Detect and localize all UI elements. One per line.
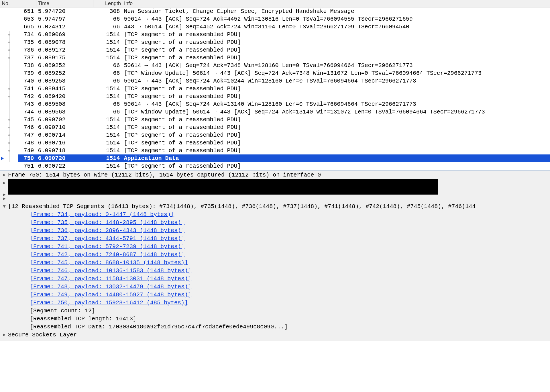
packet-row[interactable]: 7436.0895086650614 → 443 [ACK] Seq=724 A… (0, 100, 550, 108)
packet-info: [TCP segment of a reassembled PDU] (122, 38, 550, 46)
packet-row[interactable]: 7506.0907201514Application Data (0, 154, 550, 162)
packet-row[interactable]: 6515.974720308New Session Ticket, Change… (0, 7, 550, 15)
frame-link[interactable]: [Frame: 748, payload: 13032-14479 (1448 … (30, 283, 191, 290)
related-frame-gutter (0, 162, 18, 170)
frame-link[interactable]: [Frame: 735, payload: 1448-2895 (1448 by… (30, 219, 184, 226)
packet-time: 6.089069 (36, 31, 93, 38)
frame-link[interactable]: [Frame: 746, payload: 10136-11583 (1448 … (30, 267, 191, 274)
packet-time: 6.089420 (36, 93, 93, 100)
packet-time: 6.090716 (36, 139, 93, 147)
packet-no: 745 (18, 116, 36, 124)
packet-time: 6.089252 (36, 69, 93, 77)
packet-info: 50614 → 443 [ACK] Seq=724 Ack=7348 Win=1… (122, 62, 550, 69)
packet-no: 748 (18, 139, 36, 147)
packet-info: [TCP segment of a reassembled PDU] (122, 116, 550, 124)
packet-length: 1514 (93, 38, 122, 46)
packet-row[interactable]: 7476.0907141514[TCP segment of a reassem… (0, 131, 550, 139)
column-header-length[interactable]: Length (93, 0, 122, 7)
detail-redacted-row-1: ▶ (0, 179, 550, 195)
packet-info: [TCP segment of a reassembled PDU] (122, 139, 550, 147)
expand-toggle-icon[interactable]: ▶ (1, 331, 8, 339)
packet-row[interactable]: 7376.0891751514[TCP segment of a reassem… (0, 54, 550, 62)
packet-time: 6.089172 (36, 46, 93, 54)
frame-link[interactable]: [Frame: 736, payload: 2896-4343 (1448 by… (30, 227, 184, 234)
frame-link[interactable]: [Frame: 742, payload: 7240-8687 (1448 by… (30, 251, 184, 258)
column-header-info[interactable]: Info (122, 0, 550, 7)
packet-length: 1514 (93, 147, 122, 154)
packet-row[interactable]: 7396.08925266[TCP Window Update] 50614 →… (0, 69, 550, 77)
detail-frame-summary[interactable]: ▶ Frame 750: 1514 bytes on wire (12112 b… (0, 171, 550, 179)
related-frame-gutter (0, 31, 18, 38)
packet-time: 6.089415 (36, 85, 93, 93)
related-frame-gutter (0, 124, 18, 131)
packet-info: [TCP Window Update] 50614 → 443 [ACK] Se… (122, 108, 550, 116)
packet-info: [TCP segment of a reassembled PDU] (122, 93, 550, 100)
detail-frame-link-row: [Frame: 746, payload: 10136-11583 (1448 … (0, 267, 550, 275)
packet-info: [TCP Window Update] 50614 → 443 [ACK] Se… (122, 69, 550, 77)
packet-row[interactable]: 7496.0907181514[TCP segment of a reassem… (0, 147, 550, 154)
column-header-time[interactable]: Time (36, 0, 93, 7)
packet-info: [TCP segment of a reassembled PDU] (122, 147, 550, 154)
collapse-toggle-icon[interactable]: ▼ (1, 203, 8, 211)
packet-row[interactable]: 7466.0907101514[TCP segment of a reassem… (0, 124, 550, 131)
packet-info: [TCP segment of a reassembled PDU] (122, 85, 550, 93)
packet-row[interactable]: 7406.0892536650614 → 443 [ACK] Seq=724 A… (0, 77, 550, 85)
packet-time: 6.089253 (36, 77, 93, 85)
frame-link[interactable]: [Frame: 747, payload: 11584-13031 (1448 … (30, 275, 191, 282)
packet-row[interactable]: 7456.0907021514[TCP segment of a reassem… (0, 116, 550, 124)
frame-link[interactable]: [Frame: 745, payload: 8688-10135 (1448 b… (30, 259, 188, 266)
expand-toggle-icon[interactable]: ▶ (1, 179, 8, 187)
packet-row[interactable]: 7386.0892526650614 → 443 [ACK] Seq=724 A… (0, 62, 550, 69)
detail-frame-link-row: [Frame: 735, payload: 1448-2895 (1448 by… (0, 219, 550, 227)
packet-row[interactable]: 7486.0907161514[TCP segment of a reassem… (0, 139, 550, 147)
packet-length: 1514 (93, 85, 122, 93)
packet-time: 6.090702 (36, 116, 93, 124)
ssl-text: Secure Sockets Layer (8, 331, 550, 339)
packet-row[interactable]: 7426.0894201514[TCP segment of a reassem… (0, 93, 550, 100)
detail-frame-link-row: [Frame: 747, payload: 11584-13031 (1448 … (0, 275, 550, 283)
packet-row[interactable]: 7346.0890691514[TCP segment of a reassem… (0, 31, 550, 38)
packet-info: [TCP segment of a reassembled PDU] (122, 46, 550, 54)
detail-reassembly-summary[interactable]: ▼ [12 Reassembled TCP Segments (16413 by… (0, 203, 550, 211)
packet-row[interactable]: 7446.08956366[TCP Window Update] 50614 →… (0, 108, 550, 116)
packet-length: 1514 (93, 131, 122, 139)
packet-row[interactable]: 6656.02431266443 → 50614 [ACK] Seq=4452 … (0, 23, 550, 31)
frame-link[interactable]: [Frame: 734, payload: 0-1447 (1448 bytes… (30, 211, 174, 218)
packet-length: 1514 (93, 139, 122, 147)
detail-frame-link-row: [Frame: 750, payload: 15928-16412 (485 b… (0, 299, 550, 307)
packet-row[interactable]: 7356.0890781514[TCP segment of a reassem… (0, 38, 550, 46)
packet-info: [TCP segment of a reassembled PDU] (122, 131, 550, 139)
packet-length: 1514 (93, 124, 122, 131)
column-header-no[interactable]: No. (0, 0, 36, 7)
frame-link[interactable]: [Frame: 750, payload: 15928-16412 (485 b… (30, 299, 188, 306)
packet-length: 1514 (93, 54, 122, 62)
segment-count-text: [Segment count: 12] (8, 307, 550, 315)
frame-link[interactable]: [Frame: 737, payload: 4344-5791 (1448 by… (30, 235, 184, 242)
related-frame-gutter (0, 131, 18, 139)
packet-no: 737 (18, 54, 36, 62)
packet-row[interactable]: 6535.9747976650614 → 443 [ACK] Seq=724 A… (0, 15, 550, 23)
packet-info: 50614 → 443 [ACK] Seq=724 Ack=4452 Win=1… (122, 15, 550, 23)
packet-no: 734 (18, 31, 36, 38)
detail-reassembled-length: [Reassembled TCP length: 16413] (0, 315, 550, 323)
expand-toggle-icon[interactable]: ▶ (1, 171, 8, 179)
packet-row[interactable]: 7366.0891721514[TCP segment of a reassem… (0, 46, 550, 54)
expand-toggle-icon[interactable]: ▶ (1, 197, 8, 201)
packet-length: 308 (93, 7, 122, 15)
detail-segment-count: [Segment count: 12] (0, 307, 550, 315)
packet-info: [TCP segment of a reassembled PDU] (122, 162, 550, 170)
packet-row[interactable]: 7416.0894151514[TCP segment of a reassem… (0, 85, 550, 93)
related-frame-gutter (0, 108, 18, 116)
frame-link[interactable]: [Frame: 741, payload: 5792-7239 (1448 by… (30, 243, 184, 250)
packet-time: 6.090720 (36, 154, 93, 162)
packet-row[interactable]: 7516.0907221514[TCP segment of a reassem… (0, 162, 550, 170)
related-frame-gutter (0, 62, 18, 69)
packet-time: 5.974797 (36, 15, 93, 23)
packet-time: 6.090718 (36, 147, 93, 154)
frame-link[interactable]: [Frame: 749, payload: 14480-15927 (1448 … (30, 291, 191, 298)
related-frame-gutter (0, 7, 18, 15)
packet-no: 747 (18, 131, 36, 139)
related-frame-gutter (0, 54, 18, 62)
redacted-block (8, 179, 438, 195)
detail-ssl[interactable]: ▶ Secure Sockets Layer (0, 331, 550, 339)
